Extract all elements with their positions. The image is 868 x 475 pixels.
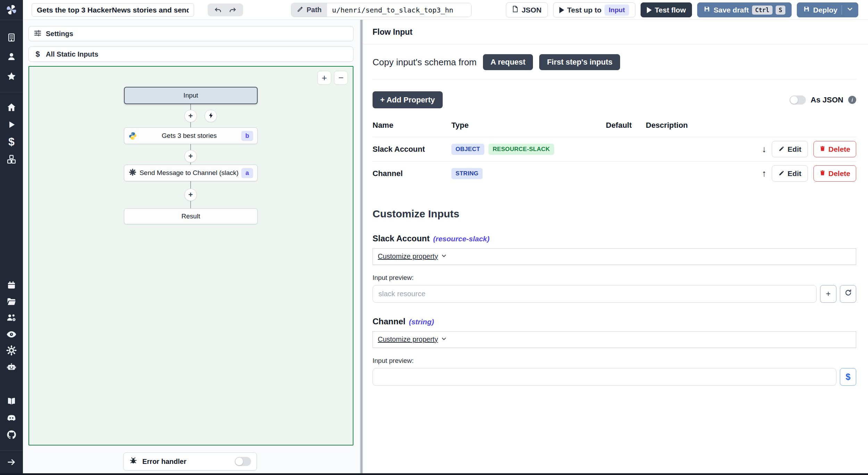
variables-dollar-icon[interactable]: $ (8, 136, 15, 147)
delete-button[interactable]: Delete (813, 165, 856, 182)
button-divider (842, 5, 842, 15)
expand-arrow-icon[interactable] (7, 457, 16, 467)
type-pill-object: OBJECT (451, 144, 484, 155)
flow-settings-row[interactable]: Settings (28, 26, 353, 41)
field-type-annotation: (resource-slack) (433, 235, 490, 243)
home-icon[interactable] (7, 102, 17, 112)
save-icon (803, 6, 810, 14)
sliders-icon (34, 29, 42, 39)
edit-button[interactable]: Edit (772, 141, 808, 157)
customize-inputs-title: Customize Inputs (373, 208, 856, 220)
flow-editor-panel: Settings $ All Static Inputs + − Input +… (23, 20, 360, 473)
bug-icon (129, 457, 137, 466)
copy-from-first-step-button[interactable]: First step's inputs (539, 54, 620, 70)
customize-property-box: Customize property (373, 248, 856, 265)
step-id-badge: a (241, 168, 253, 178)
runs-play-icon[interactable] (7, 120, 16, 129)
slack-resource-input[interactable] (373, 285, 817, 303)
col-header-name: Name (373, 117, 451, 137)
customize-property-link[interactable]: Customize property (378, 335, 438, 343)
sidebar-divider (0, 450, 23, 451)
windmill-logo-icon[interactable] (6, 4, 17, 16)
flow-input-panel: Flow Input Copy input's schema from A re… (363, 20, 868, 473)
user-icon[interactable] (7, 52, 16, 61)
edit-button[interactable]: Edit (772, 165, 808, 182)
add-resource-button[interactable]: + (820, 285, 836, 303)
node-input[interactable]: Input (124, 87, 258, 104)
flow-title-input[interactable] (32, 3, 194, 17)
deploy-button[interactable]: Deploy (797, 2, 858, 17)
path-input[interactable] (327, 3, 471, 17)
flow-graph[interactable]: + − Input + Gets 3 best stories b + Send… (28, 66, 353, 445)
file-json-icon (512, 6, 518, 14)
all-static-inputs-row[interactable]: $ All Static Inputs (28, 47, 353, 62)
schedules-calendar-icon[interactable] (7, 280, 16, 290)
insert-variable-button[interactable]: $ (840, 368, 856, 386)
node-step-a[interactable]: Send Message to Channel (slack) a (124, 165, 258, 181)
default-cell (606, 137, 646, 161)
chevron-down-icon[interactable] (441, 335, 447, 343)
copy-schema-label: Copy input's schema from (373, 57, 477, 68)
settings-gear-icon[interactable] (6, 345, 17, 356)
test-flow-button[interactable]: Test flow (641, 2, 692, 17)
workspace-building-icon[interactable] (7, 33, 16, 42)
play-icon (559, 7, 564, 13)
discord-icon[interactable] (6, 413, 17, 424)
path-label[interactable]: Path (291, 3, 327, 17)
col-header-description: Description (646, 117, 707, 137)
default-cell (606, 161, 646, 186)
copy-from-request-button[interactable]: A request (483, 54, 533, 70)
pencil-icon (778, 169, 785, 178)
app-sidebar: $ (0, 0, 23, 473)
customize-field-slack-account: Slack Account (resource-slack) Customize… (373, 234, 856, 303)
table-row: Slack Account OBJECT RESOURCE-SLACK ↓ Ed… (373, 137, 856, 161)
redo-icon[interactable] (229, 6, 236, 14)
add-property-button[interactable]: + Add Property (373, 91, 443, 108)
node-step-b[interactable]: Gets 3 best stories b (124, 127, 258, 144)
description-cell (646, 161, 707, 186)
copy-schema-row: Copy input's schema from A request First… (373, 44, 856, 80)
panel-splitter[interactable] (360, 20, 363, 473)
docs-book-icon[interactable] (6, 396, 17, 407)
trigger-lightning-button[interactable] (205, 110, 217, 122)
add-step-button[interactable]: + (184, 110, 197, 122)
add-step-button[interactable]: + (184, 150, 197, 162)
dollar-icon: $ (34, 50, 42, 59)
customize-property-box: Customize property (373, 331, 856, 348)
workers-users-gear-icon[interactable] (6, 312, 17, 323)
input-preview-label: Input preview: (373, 357, 856, 365)
undo-icon[interactable] (214, 6, 222, 14)
add-step-button[interactable]: + (184, 189, 197, 201)
favorites-star-icon[interactable] (7, 72, 17, 82)
json-button[interactable]: JSON (506, 2, 548, 17)
folders-icon[interactable] (7, 297, 17, 307)
resources-cubes-icon[interactable] (7, 155, 17, 165)
move-down-icon[interactable]: ↓ (762, 144, 766, 155)
error-handler-toggle[interactable] (235, 457, 251, 466)
as-json-label: As JSON (811, 95, 843, 105)
node-result[interactable]: Result (124, 208, 258, 224)
description-cell (646, 137, 707, 161)
play-icon (647, 7, 652, 13)
bottom-edge (0, 473, 868, 475)
as-json-toggle[interactable] (790, 95, 806, 105)
save-draft-button[interactable]: Save draft Ctrl S (697, 2, 792, 17)
error-handler-row[interactable]: Error handler (123, 452, 257, 470)
delete-button[interactable]: Delete (813, 141, 856, 157)
customize-property-link[interactable]: Customize property (378, 252, 438, 260)
move-up-icon[interactable]: ↑ (762, 168, 766, 179)
refresh-icon (844, 289, 852, 299)
input-preview-label: Input preview: (373, 274, 856, 282)
trash-icon (819, 169, 826, 178)
chevron-down-icon[interactable] (441, 252, 447, 260)
channel-input[interactable] (373, 368, 836, 386)
zoom-out-button[interactable]: − (334, 71, 348, 85)
zoom-in-button[interactable]: + (317, 71, 331, 85)
chevron-down-icon[interactable] (846, 5, 854, 15)
test-up-to-button[interactable]: Test up to Input (553, 2, 635, 17)
audit-logs-eye-icon[interactable] (6, 329, 17, 340)
info-icon[interactable]: i (848, 96, 856, 104)
refresh-button[interactable] (840, 285, 856, 303)
ai-robot-icon[interactable] (6, 362, 17, 372)
github-icon[interactable] (6, 430, 17, 440)
